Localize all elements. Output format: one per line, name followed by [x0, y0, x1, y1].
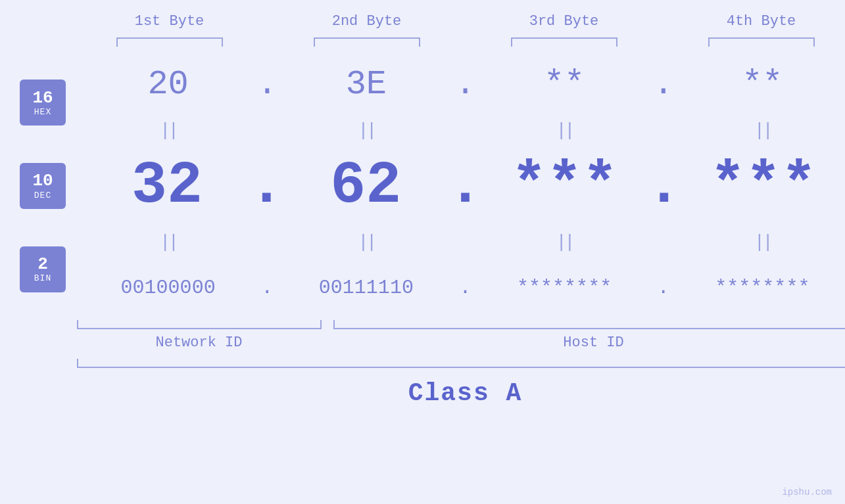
- bin-b4: ********: [680, 277, 845, 299]
- bin-b3: ********: [482, 277, 647, 299]
- bin-dot2: .: [449, 277, 482, 299]
- top-brackets: [71, 35, 846, 48]
- byte1-header: 1st Byte: [71, 13, 268, 30]
- dec-b4-value: ***: [710, 152, 817, 219]
- content-area: 16 HEX 10 DEC 2 BIN 20 .: [0, 55, 845, 317]
- host-bracket: [327, 319, 846, 332]
- hex-badge: 16 HEX: [20, 80, 66, 126]
- bottom-brackets-row: [71, 319, 846, 332]
- hex-dot3: .: [647, 65, 680, 104]
- hex-badge-number: 16: [32, 89, 53, 108]
- dec-badge: 10 DEC: [20, 163, 66, 209]
- dec-b3: ***: [483, 152, 646, 219]
- dec-dot2: .: [447, 152, 483, 219]
- bracket-b2: [268, 35, 466, 48]
- sep1-b3: ||: [482, 120, 647, 141]
- bin-badge-label: BIN: [34, 273, 51, 283]
- class-label-container: Class A: [71, 379, 846, 407]
- bin-dot1: .: [251, 277, 283, 299]
- dec-row: 32 . 62 . *** . ***: [85, 147, 845, 225]
- dec-dot1: .: [249, 152, 284, 219]
- sep2-b3: ||: [482, 232, 647, 252]
- dec-b2-value: 62: [330, 152, 401, 219]
- hex-b4-value: **: [742, 65, 783, 104]
- bracket-b3: [466, 35, 663, 48]
- sep1-b1: ||: [85, 120, 251, 141]
- hex-dot1: .: [251, 65, 283, 104]
- byte2-header: 2nd Byte: [268, 13, 466, 30]
- dec-b1-value: 32: [132, 152, 203, 219]
- id-labels-row: Network ID Host ID: [71, 334, 846, 351]
- watermark: ipshu.com: [782, 487, 832, 497]
- bin-b2: 00111110: [283, 277, 448, 299]
- bin-b1: 00100000: [85, 277, 251, 299]
- byte3-header: 3rd Byte: [466, 13, 663, 30]
- hex-b3: **: [482, 65, 647, 104]
- dec-b3-value: ***: [512, 152, 618, 219]
- network-id-label: Network ID: [71, 334, 327, 351]
- bin-row: 00100000 . 00111110 . ******** .: [85, 258, 845, 317]
- host-id-label: Host ID: [327, 334, 846, 351]
- bracket-b4: [663, 35, 846, 48]
- class-label: Class A: [408, 379, 523, 407]
- hex-b1-value: 20: [147, 65, 188, 104]
- sep2-b4: ||: [680, 232, 845, 252]
- dec-badge-label: DEC: [34, 191, 51, 200]
- hex-b2-value: 3E: [346, 65, 387, 104]
- network-bracket: [71, 319, 327, 332]
- bin-b1-value: 00100000: [121, 277, 216, 299]
- sep2-b2: ||: [283, 232, 448, 252]
- sep-row-2: || || || ||: [85, 225, 845, 258]
- dec-b4: ***: [682, 152, 845, 219]
- byte4-header: 4th Byte: [663, 13, 846, 30]
- sep-row-1: || || || ||: [85, 114, 845, 147]
- bracket-b1: [71, 35, 268, 48]
- dec-dot3: .: [646, 152, 682, 219]
- bin-dot3: .: [647, 277, 680, 299]
- sep2-b1: ||: [85, 232, 251, 252]
- badge-column: 16 HEX 10 DEC 2 BIN: [0, 55, 85, 317]
- main-container: 1st Byte 2nd Byte 3rd Byte 4th Byte: [0, 0, 845, 504]
- dec-b1: 32: [85, 152, 249, 219]
- sep1-b2: ||: [283, 120, 448, 141]
- hex-b2: 3E: [283, 65, 448, 104]
- sep1-b4: ||: [680, 120, 845, 141]
- dec-b2: 62: [284, 152, 447, 219]
- bin-badge: 2 BIN: [20, 246, 66, 292]
- bin-b2-value: 00111110: [319, 277, 414, 299]
- rows-container: 20 . 3E . ** . **: [85, 55, 845, 317]
- bin-badge-number: 2: [37, 255, 48, 274]
- hex-b4: **: [680, 65, 845, 104]
- class-bracket: [71, 357, 846, 371]
- hex-row: 20 . 3E . ** . **: [85, 55, 845, 114]
- hex-dot2: .: [449, 65, 482, 104]
- hex-b1: 20: [85, 65, 251, 104]
- dec-badge-number: 10: [32, 172, 53, 191]
- class-bracket-row: [71, 357, 846, 374]
- bin-b3-value: ********: [517, 277, 612, 299]
- hex-badge-label: HEX: [34, 107, 51, 117]
- byte-headers: 1st Byte 2nd Byte 3rd Byte 4th Byte: [71, 13, 846, 30]
- hex-b3-value: **: [544, 65, 585, 104]
- bin-b4-value: ********: [715, 277, 809, 299]
